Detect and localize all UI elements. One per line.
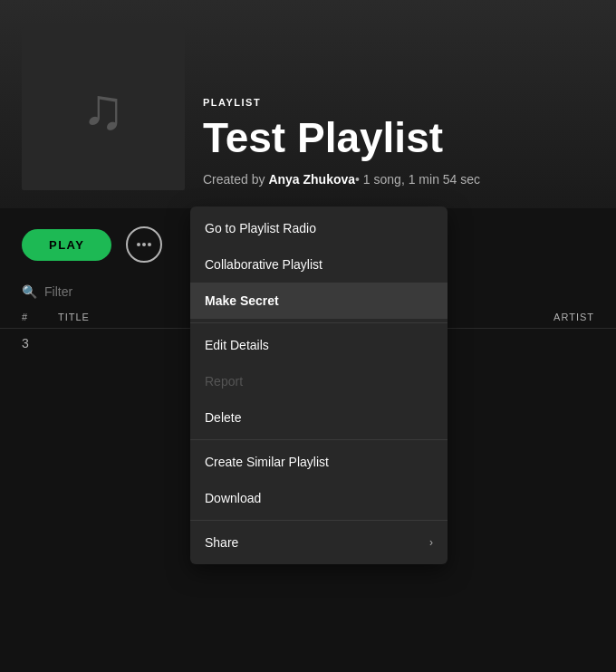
context-menu: Go to Playlist Radio Collaborative Playl… — [190, 206, 448, 564]
playlist-title: Test Playlist — [203, 115, 480, 161]
menu-item-label: Share — [205, 535, 238, 550]
playlist-info: PLAYLIST Test Playlist Created by Anya Z… — [203, 97, 480, 190]
menu-item-label: Delete — [205, 410, 241, 425]
dot2 — [142, 243, 146, 246]
menu-item-delete[interactable]: Delete — [190, 399, 448, 436]
music-note-icon: ♫ — [82, 75, 125, 142]
filter-input[interactable] — [44, 284, 203, 299]
menu-item-report: Report — [190, 363, 448, 399]
dot1 — [137, 243, 140, 246]
menu-item-label: Edit Details — [205, 338, 269, 352]
menu-item-label: Report — [205, 374, 243, 389]
search-icon: 🔍 — [22, 284, 37, 299]
menu-section-2: Edit Details Report Delete — [190, 323, 448, 440]
menu-item-create-similar[interactable]: Create Similar Playlist — [190, 444, 448, 480]
playlist-creator: Anya Zhukova — [268, 172, 355, 187]
more-options-button[interactable] — [126, 226, 162, 263]
album-art: ♫ — [22, 27, 185, 190]
menu-item-share[interactable]: Share › — [190, 524, 448, 561]
track-number: 3 — [22, 336, 58, 350]
menu-item-label: Create Similar Playlist — [205, 455, 329, 469]
menu-section-3: Create Similar Playlist Download — [190, 440, 448, 521]
menu-item-playlist-radio[interactable]: Go to Playlist Radio — [190, 210, 448, 246]
playlist-header: ♫ PLAYLIST Test Playlist Created by Anya… — [0, 0, 616, 208]
menu-item-download[interactable]: Download — [190, 480, 448, 516]
menu-item-label: Download — [205, 491, 261, 505]
menu-item-edit-details[interactable]: Edit Details — [190, 327, 448, 363]
menu-item-label: Go to Playlist Radio — [205, 221, 316, 235]
menu-item-label: Collaborative Playlist — [205, 257, 322, 272]
created-by-prefix: Created by — [203, 172, 268, 187]
menu-section-4: Share › — [190, 521, 448, 564]
play-button[interactable]: PLAY — [22, 229, 111, 261]
meta-suffix: • 1 song, 1 min 54 sec — [355, 172, 480, 187]
col-num-header: # — [22, 312, 58, 322]
col-artist-header: ARTIST — [458, 312, 594, 322]
playlist-type-label: PLAYLIST — [203, 97, 480, 108]
menu-item-collaborative[interactable]: Collaborative Playlist — [190, 246, 448, 283]
dot3 — [148, 243, 151, 246]
playlist-meta: Created by Anya Zhukova• 1 song, 1 min 5… — [203, 172, 480, 187]
menu-item-make-secret[interactable]: Make Secret — [190, 283, 448, 319]
chevron-right-icon: › — [429, 536, 433, 549]
menu-item-label: Make Secret — [205, 293, 279, 308]
menu-section-1: Go to Playlist Radio Collaborative Playl… — [190, 206, 448, 323]
